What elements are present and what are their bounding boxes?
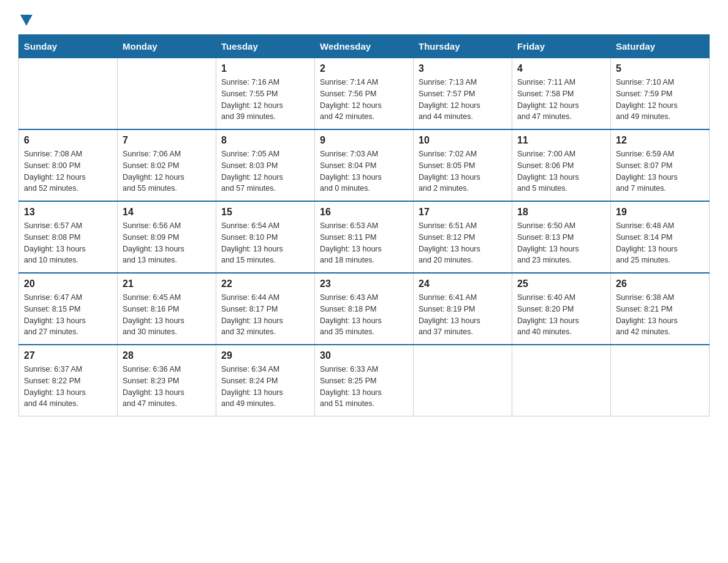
day-info: Sunrise: 7:13 AM Sunset: 7:57 PM Dayligh…	[419, 77, 507, 123]
calendar-cell: 13Sunrise: 6:57 AM Sunset: 8:08 PM Dayli…	[19, 201, 118, 273]
day-info: Sunrise: 6:50 AM Sunset: 8:13 PM Dayligh…	[517, 220, 605, 266]
day-number: 17	[419, 207, 507, 218]
day-info: Sunrise: 7:00 AM Sunset: 8:06 PM Dayligh…	[517, 148, 605, 194]
page-header	[18, 12, 710, 23]
day-info: Sunrise: 6:47 AM Sunset: 8:15 PM Dayligh…	[24, 292, 112, 338]
col-header-thursday: Thursday	[414, 35, 512, 58]
calendar-cell: 9Sunrise: 7:03 AM Sunset: 8:04 PM Daylig…	[315, 129, 414, 201]
day-info: Sunrise: 6:36 AM Sunset: 8:23 PM Dayligh…	[123, 364, 211, 410]
calendar-cell: 4Sunrise: 7:11 AM Sunset: 7:58 PM Daylig…	[512, 58, 611, 130]
calendar-cell: 20Sunrise: 6:47 AM Sunset: 8:15 PM Dayli…	[19, 273, 118, 345]
calendar-week-row: 6Sunrise: 7:08 AM Sunset: 8:00 PM Daylig…	[19, 129, 710, 201]
day-info: Sunrise: 6:38 AM Sunset: 8:21 PM Dayligh…	[616, 292, 704, 338]
calendar-week-row: 27Sunrise: 6:37 AM Sunset: 8:22 PM Dayli…	[19, 345, 710, 416]
day-number: 7	[123, 135, 211, 146]
col-header-sunday: Sunday	[19, 35, 118, 58]
day-info: Sunrise: 7:05 AM Sunset: 8:03 PM Dayligh…	[221, 148, 309, 194]
day-number: 13	[24, 207, 112, 218]
day-number: 29	[221, 350, 309, 361]
day-number: 16	[320, 207, 408, 218]
day-number: 11	[517, 135, 605, 146]
day-number: 9	[320, 135, 408, 146]
calendar-cell	[414, 345, 512, 416]
calendar-cell: 19Sunrise: 6:48 AM Sunset: 8:14 PM Dayli…	[611, 201, 710, 273]
calendar-cell: 5Sunrise: 7:10 AM Sunset: 7:59 PM Daylig…	[611, 58, 710, 130]
day-number: 30	[320, 350, 408, 361]
day-info: Sunrise: 7:11 AM Sunset: 7:58 PM Dayligh…	[517, 77, 605, 123]
calendar-cell: 18Sunrise: 6:50 AM Sunset: 8:13 PM Dayli…	[512, 201, 611, 273]
day-number: 15	[221, 207, 309, 218]
day-info: Sunrise: 6:44 AM Sunset: 8:17 PM Dayligh…	[221, 292, 309, 338]
calendar-week-row: 1Sunrise: 7:16 AM Sunset: 7:55 PM Daylig…	[19, 58, 710, 130]
calendar-cell: 16Sunrise: 6:53 AM Sunset: 8:11 PM Dayli…	[315, 201, 414, 273]
calendar-cell: 14Sunrise: 6:56 AM Sunset: 8:09 PM Dayli…	[118, 201, 216, 273]
calendar-cell	[512, 345, 611, 416]
day-info: Sunrise: 7:08 AM Sunset: 8:00 PM Dayligh…	[24, 148, 112, 194]
calendar-cell: 22Sunrise: 6:44 AM Sunset: 8:17 PM Dayli…	[216, 273, 315, 345]
day-number: 6	[24, 135, 112, 146]
calendar-cell	[118, 58, 216, 130]
calendar-table: SundayMondayTuesdayWednesdayThursdayFrid…	[18, 34, 710, 416]
day-number: 22	[221, 278, 309, 289]
day-number: 24	[419, 278, 507, 289]
calendar-cell: 26Sunrise: 6:38 AM Sunset: 8:21 PM Dayli…	[611, 273, 710, 345]
calendar-cell: 2Sunrise: 7:14 AM Sunset: 7:56 PM Daylig…	[315, 58, 414, 130]
day-info: Sunrise: 6:41 AM Sunset: 8:19 PM Dayligh…	[419, 292, 507, 338]
calendar-cell: 24Sunrise: 6:41 AM Sunset: 8:19 PM Dayli…	[414, 273, 512, 345]
col-header-saturday: Saturday	[611, 35, 710, 58]
calendar-header-row: SundayMondayTuesdayWednesdayThursdayFrid…	[19, 35, 710, 58]
col-header-tuesday: Tuesday	[216, 35, 315, 58]
calendar-cell: 30Sunrise: 6:33 AM Sunset: 8:25 PM Dayli…	[315, 345, 414, 416]
day-info: Sunrise: 6:48 AM Sunset: 8:14 PM Dayligh…	[616, 220, 704, 266]
day-info: Sunrise: 6:37 AM Sunset: 8:22 PM Dayligh…	[24, 364, 112, 410]
day-info: Sunrise: 7:02 AM Sunset: 8:05 PM Dayligh…	[419, 148, 507, 194]
day-info: Sunrise: 6:57 AM Sunset: 8:08 PM Dayligh…	[24, 220, 112, 266]
day-number: 21	[123, 278, 211, 289]
day-number: 20	[24, 278, 112, 289]
day-info: Sunrise: 6:51 AM Sunset: 8:12 PM Dayligh…	[419, 220, 507, 266]
calendar-cell: 1Sunrise: 7:16 AM Sunset: 7:55 PM Daylig…	[216, 58, 315, 130]
calendar-week-row: 20Sunrise: 6:47 AM Sunset: 8:15 PM Dayli…	[19, 273, 710, 345]
day-info: Sunrise: 7:06 AM Sunset: 8:02 PM Dayligh…	[123, 148, 211, 194]
calendar-cell: 10Sunrise: 7:02 AM Sunset: 8:05 PM Dayli…	[414, 129, 512, 201]
day-info: Sunrise: 6:33 AM Sunset: 8:25 PM Dayligh…	[320, 364, 408, 410]
calendar-cell	[19, 58, 118, 130]
day-number: 4	[517, 63, 605, 74]
day-info: Sunrise: 6:40 AM Sunset: 8:20 PM Dayligh…	[517, 292, 605, 338]
calendar-cell: 21Sunrise: 6:45 AM Sunset: 8:16 PM Dayli…	[118, 273, 216, 345]
day-number: 1	[221, 63, 309, 74]
day-number: 10	[419, 135, 507, 146]
day-number: 26	[616, 278, 704, 289]
calendar-cell: 8Sunrise: 7:05 AM Sunset: 8:03 PM Daylig…	[216, 129, 315, 201]
day-info: Sunrise: 6:43 AM Sunset: 8:18 PM Dayligh…	[320, 292, 408, 338]
calendar-cell: 25Sunrise: 6:40 AM Sunset: 8:20 PM Dayli…	[512, 273, 611, 345]
day-number: 2	[320, 63, 408, 74]
day-number: 14	[123, 207, 211, 218]
calendar-week-row: 13Sunrise: 6:57 AM Sunset: 8:08 PM Dayli…	[19, 201, 710, 273]
col-header-monday: Monday	[118, 35, 216, 58]
day-info: Sunrise: 7:14 AM Sunset: 7:56 PM Dayligh…	[320, 77, 408, 123]
calendar-cell: 29Sunrise: 6:34 AM Sunset: 8:24 PM Dayli…	[216, 345, 315, 416]
day-number: 23	[320, 278, 408, 289]
day-info: Sunrise: 7:03 AM Sunset: 8:04 PM Dayligh…	[320, 148, 408, 194]
day-info: Sunrise: 7:16 AM Sunset: 7:55 PM Dayligh…	[221, 77, 309, 123]
calendar-cell: 15Sunrise: 6:54 AM Sunset: 8:10 PM Dayli…	[216, 201, 315, 273]
day-number: 12	[616, 135, 704, 146]
logo-triangle-icon	[20, 15, 32, 26]
day-number: 18	[517, 207, 605, 218]
calendar-cell	[611, 345, 710, 416]
day-number: 25	[517, 278, 605, 289]
day-number: 3	[419, 63, 507, 74]
day-number: 8	[221, 135, 309, 146]
day-number: 28	[123, 350, 211, 361]
day-number: 5	[616, 63, 704, 74]
logo	[18, 12, 32, 23]
calendar-cell: 3Sunrise: 7:13 AM Sunset: 7:57 PM Daylig…	[414, 58, 512, 130]
day-number: 27	[24, 350, 112, 361]
calendar-cell: 23Sunrise: 6:43 AM Sunset: 8:18 PM Dayli…	[315, 273, 414, 345]
day-info: Sunrise: 6:59 AM Sunset: 8:07 PM Dayligh…	[616, 148, 704, 194]
calendar-cell: 7Sunrise: 7:06 AM Sunset: 8:02 PM Daylig…	[118, 129, 216, 201]
calendar-cell: 28Sunrise: 6:36 AM Sunset: 8:23 PM Dayli…	[118, 345, 216, 416]
col-header-wednesday: Wednesday	[315, 35, 414, 58]
day-info: Sunrise: 6:45 AM Sunset: 8:16 PM Dayligh…	[123, 292, 211, 338]
